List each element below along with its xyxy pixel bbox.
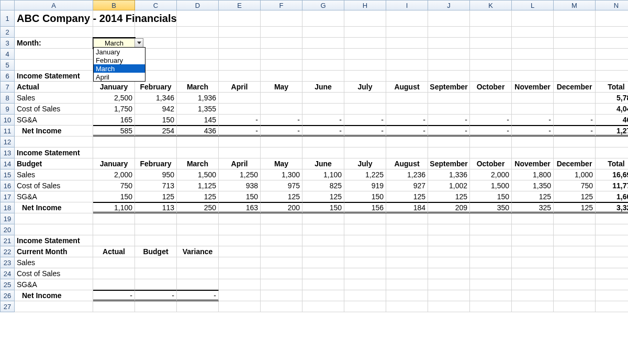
cell-N23[interactable] bbox=[596, 257, 628, 268]
cell-A11[interactable]: Net Income bbox=[15, 126, 93, 136]
cell-H15[interactable]: 1,225 bbox=[344, 169, 386, 180]
column-header-K[interactable]: K bbox=[470, 0, 512, 10]
cell-E25[interactable] bbox=[219, 279, 261, 290]
cell-J26[interactable] bbox=[428, 290, 470, 301]
cell-G3[interactable] bbox=[302, 38, 344, 49]
cell-A13[interactable]: Income Statement bbox=[15, 147, 93, 158]
column-header-D[interactable]: D bbox=[177, 0, 219, 10]
cell-G5[interactable] bbox=[302, 60, 344, 71]
cell-B8[interactable]: 2,500 bbox=[93, 93, 135, 104]
cell-F17[interactable]: 125 bbox=[261, 191, 302, 202]
cell-A21[interactable]: Income Statement bbox=[15, 235, 93, 246]
cell-C24[interactable] bbox=[135, 268, 177, 279]
cell-L4[interactable] bbox=[512, 49, 554, 60]
cell-L2[interactable] bbox=[512, 27, 554, 38]
cell-A7[interactable]: Actual bbox=[15, 82, 93, 93]
cell-K20[interactable] bbox=[470, 224, 512, 235]
row-header-24[interactable]: 24 bbox=[0, 268, 15, 279]
cell-F3[interactable] bbox=[261, 38, 302, 49]
cell-F8[interactable] bbox=[261, 93, 302, 104]
cell-D15[interactable]: 1,500 bbox=[177, 169, 219, 180]
cell-N10[interactable]: 460 bbox=[596, 115, 628, 126]
cell-H16[interactable]: 919 bbox=[344, 180, 386, 191]
cell-H21[interactable] bbox=[344, 235, 386, 246]
cell-L15[interactable]: 1,800 bbox=[512, 169, 554, 180]
cell-C19[interactable] bbox=[135, 213, 177, 224]
cell-E20[interactable] bbox=[219, 224, 261, 235]
cell-H8[interactable] bbox=[344, 93, 386, 104]
cell-N12[interactable] bbox=[596, 136, 628, 147]
cell-J5[interactable] bbox=[428, 60, 470, 71]
cell-N15[interactable]: 16,697 bbox=[596, 169, 628, 180]
cell-N7[interactable]: Total bbox=[596, 82, 628, 93]
cell-F25[interactable] bbox=[261, 279, 302, 290]
cell-M18[interactable]: 125 bbox=[554, 202, 596, 213]
cell-J11[interactable]: - bbox=[428, 126, 470, 136]
cell-L24[interactable] bbox=[512, 268, 554, 279]
cell-N2[interactable] bbox=[596, 27, 628, 38]
cell-E8[interactable] bbox=[219, 93, 261, 104]
cell-A14[interactable]: Budget bbox=[15, 158, 93, 169]
cell-E27[interactable] bbox=[219, 301, 261, 312]
cell-C20[interactable] bbox=[135, 224, 177, 235]
cell-D17[interactable]: 125 bbox=[177, 191, 219, 202]
cell-D18[interactable]: 250 bbox=[177, 202, 219, 213]
column-header-M[interactable]: M bbox=[554, 0, 596, 10]
cell-K19[interactable] bbox=[470, 213, 512, 224]
cell-A18[interactable]: Net Income bbox=[15, 202, 93, 213]
cell-B12[interactable] bbox=[93, 136, 135, 147]
cell-D27[interactable] bbox=[177, 301, 219, 312]
cell-I7[interactable]: August bbox=[386, 82, 428, 93]
cell-B13[interactable] bbox=[93, 147, 135, 158]
cell-J6[interactable] bbox=[428, 71, 470, 82]
cell-G24[interactable] bbox=[302, 268, 344, 279]
cell-H13[interactable] bbox=[344, 147, 386, 158]
cell-E16[interactable]: 938 bbox=[219, 180, 261, 191]
cell-H14[interactable]: July bbox=[344, 158, 386, 169]
cell-E4[interactable] bbox=[219, 49, 261, 60]
cell-H10[interactable]: - bbox=[344, 115, 386, 126]
cell-D19[interactable] bbox=[177, 213, 219, 224]
cell-E12[interactable] bbox=[219, 136, 261, 147]
cell-M5[interactable] bbox=[554, 60, 596, 71]
cell-D10[interactable]: 145 bbox=[177, 115, 219, 126]
cell-A27[interactable] bbox=[15, 301, 93, 312]
cell-C13[interactable] bbox=[135, 147, 177, 158]
cell-J12[interactable] bbox=[428, 136, 470, 147]
cell-H4[interactable] bbox=[344, 49, 386, 60]
cell-J3[interactable] bbox=[428, 38, 470, 49]
cell-K4[interactable] bbox=[470, 49, 512, 60]
cell-J19[interactable] bbox=[428, 213, 470, 224]
cell-C16[interactable]: 713 bbox=[135, 180, 177, 191]
cell-N22[interactable] bbox=[596, 246, 628, 257]
cell-G19[interactable] bbox=[302, 213, 344, 224]
cell-D9[interactable]: 1,355 bbox=[177, 104, 219, 115]
cell-H19[interactable] bbox=[344, 213, 386, 224]
cell-B23[interactable] bbox=[93, 257, 135, 268]
cell-I27[interactable] bbox=[386, 301, 428, 312]
cell-D14[interactable]: March bbox=[177, 158, 219, 169]
cell-N9[interactable]: 4,047 bbox=[596, 104, 628, 115]
cell-B2[interactable] bbox=[93, 27, 135, 38]
month-option-january[interactable]: January bbox=[94, 48, 145, 56]
cell-F22[interactable] bbox=[261, 246, 302, 257]
cell-F21[interactable] bbox=[261, 235, 302, 246]
cell-G11[interactable]: - bbox=[302, 126, 344, 136]
cell-E6[interactable] bbox=[219, 71, 261, 82]
cell-M17[interactable]: 125 bbox=[554, 191, 596, 202]
cell-F11[interactable]: - bbox=[261, 126, 302, 136]
row-header-1[interactable]: 1 bbox=[0, 10, 15, 27]
column-header-B[interactable]: B bbox=[93, 0, 135, 10]
month-dropdown-list[interactable]: JanuaryFebruaryMarchApril bbox=[93, 47, 145, 82]
cell-B22[interactable]: Actual bbox=[93, 246, 135, 257]
cell-M20[interactable] bbox=[554, 224, 596, 235]
cell-M1[interactable] bbox=[554, 10, 596, 27]
cell-H18[interactable]: 156 bbox=[344, 202, 386, 213]
cell-B10[interactable]: 165 bbox=[93, 115, 135, 126]
cell-F23[interactable] bbox=[261, 257, 302, 268]
cell-D11[interactable]: 436 bbox=[177, 126, 219, 136]
cell-I20[interactable] bbox=[386, 224, 428, 235]
cell-F13[interactable] bbox=[261, 147, 302, 158]
cell-B15[interactable]: 2,000 bbox=[93, 169, 135, 180]
cell-D7[interactable]: March bbox=[177, 82, 219, 93]
